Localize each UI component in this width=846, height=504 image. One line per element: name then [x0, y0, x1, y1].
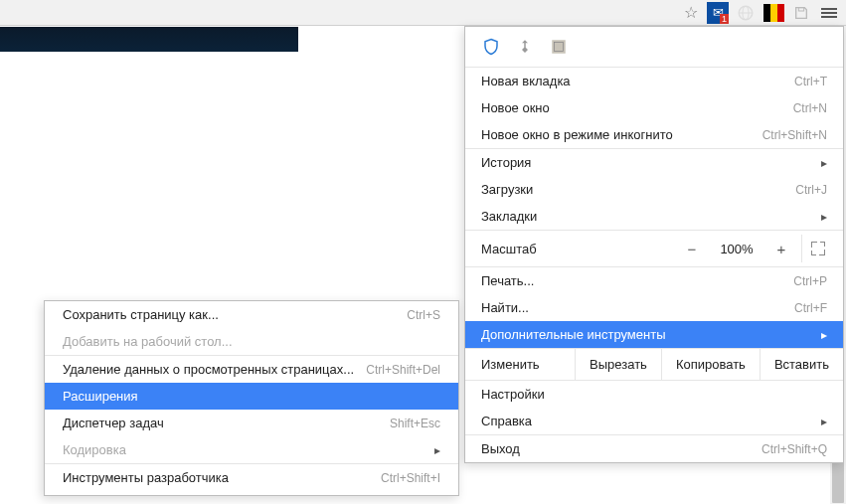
submenu-label: Кодировка — [63, 442, 126, 457]
menu-label: Загрузки — [481, 182, 533, 197]
menu-label: Дополнительные инструменты — [481, 327, 666, 342]
menu-shortcut: Ctrl+J — [795, 183, 827, 197]
submenu-add-to-desktop: Добавить на рабочий стол... — [45, 328, 458, 355]
submenu-clear-data[interactable]: Удаление данных о просмотренных страница… — [45, 356, 458, 383]
zoom-in-button[interactable]: + — [761, 241, 801, 257]
chevron-right-icon: ▸ — [821, 210, 827, 224]
submenu-label: Удаление данных о просмотренных страница… — [63, 362, 354, 377]
zoom-label: Масштаб — [481, 242, 672, 256]
menu-shortcut: Ctrl+N — [793, 101, 827, 115]
menu-label: Выход — [481, 441, 520, 456]
submenu-label: Диспетчер задач — [63, 416, 164, 430]
menu-label: Печать... — [481, 273, 534, 288]
menu-bookmarks[interactable]: Закладки ▸ — [465, 203, 843, 230]
submenu-label: Добавить на рабочий стол... — [63, 334, 233, 349]
menu-downloads[interactable]: Загрузки Ctrl+J — [465, 176, 843, 203]
menu-find[interactable]: Найти... Ctrl+F — [465, 294, 843, 321]
menu-label: Новая вкладка — [481, 74, 571, 88]
menu-help[interactable]: Справка ▸ — [465, 408, 843, 434]
extension-icon-2[interactable] — [735, 2, 757, 24]
menu-shortcut: Ctrl+Shift+N — [762, 128, 827, 142]
menu-shortcut: Ctrl+Shift+Q — [761, 442, 827, 456]
chevron-right-icon: ▸ — [821, 156, 827, 170]
zoom-out-button[interactable]: − — [672, 241, 712, 257]
submenu-encoding[interactable]: Кодировка ▸ — [45, 436, 458, 463]
menu-shortcut: Ctrl+P — [793, 274, 827, 288]
submenu-devtools[interactable]: Инструменты разработчика Ctrl+Shift+I — [45, 464, 458, 491]
chevron-right-icon: ▸ — [434, 443, 440, 457]
mail-badge: 1 — [720, 14, 729, 24]
menu-shortcut: Ctrl+F — [794, 301, 827, 315]
menu-shortcut: Ctrl+T — [794, 75, 827, 88]
shield-icon[interactable] — [481, 37, 501, 57]
extension-icon-4[interactable] — [790, 2, 812, 24]
menu-label: Настройки — [481, 387, 545, 402]
menu-new-tab[interactable]: Новая вкладка Ctrl+T — [465, 68, 843, 94]
edit-label: Изменить — [465, 349, 556, 380]
menu-edit-row: Изменить Вырезать Копировать Вставить — [465, 349, 843, 380]
mail-extension-icon[interactable]: ✉1 — [707, 2, 729, 24]
menu-exit[interactable]: Выход Ctrl+Shift+Q — [465, 435, 843, 462]
menu-new-window[interactable]: Новое окно Ctrl+N — [465, 94, 843, 121]
submenu-shortcut: Ctrl+S — [407, 308, 440, 322]
submenu-extensions[interactable]: Расширения — [45, 383, 458, 410]
fullscreen-icon — [811, 242, 825, 255]
pdf-icon[interactable] — [515, 37, 535, 57]
menu-label: История — [481, 155, 531, 170]
submenu-label: Сохранить страницу как... — [63, 307, 219, 322]
menu-label: Закладки — [481, 209, 537, 224]
menu-more-tools[interactable]: Дополнительные инструменты ▸ — [465, 321, 843, 348]
extension-icon-3[interactable] — [762, 2, 784, 24]
browser-toolbar: ☆ ✉1 — [0, 0, 846, 26]
edit-copy[interactable]: Копировать — [661, 349, 760, 380]
submenu-save-page[interactable]: Сохранить страницу как... Ctrl+S — [45, 301, 458, 328]
menu-label: Новое окно — [481, 100, 550, 115]
submenu-label: Расширения — [63, 389, 138, 404]
menu-label: Найти... — [481, 300, 529, 315]
menu-print[interactable]: Печать... Ctrl+P — [465, 267, 843, 294]
chevron-right-icon: ▸ — [821, 415, 827, 428]
menu-label: Справка — [481, 414, 532, 428]
submenu-task-manager[interactable]: Диспетчер задач Shift+Esc — [45, 410, 458, 436]
chrome-menu-icon[interactable] — [818, 2, 840, 24]
chevron-right-icon: ▸ — [821, 328, 827, 342]
submenu-label: Инструменты разработчика — [63, 470, 229, 485]
chrome-main-menu: Новая вкладка Ctrl+T Новое окно Ctrl+N Н… — [464, 26, 844, 463]
submenu-shortcut: Shift+Esc — [390, 417, 440, 430]
bookmark-star-icon[interactable]: ☆ — [681, 3, 701, 23]
fullscreen-button[interactable] — [801, 235, 833, 262]
edit-cut[interactable]: Вырезать — [575, 349, 661, 380]
submenu-shortcut: Ctrl+Shift+Del — [366, 363, 440, 377]
menu-label: Новое окно в режиме инкогнито — [481, 127, 673, 142]
submenu-shortcut: Ctrl+Shift+I — [381, 471, 440, 485]
page-background — [0, 27, 298, 52]
menu-settings[interactable]: Настройки — [465, 381, 843, 408]
zoom-value: 100% — [712, 242, 761, 256]
edit-paste[interactable]: Вставить — [760, 349, 843, 380]
app-icon[interactable] — [549, 37, 569, 57]
menu-zoom-row: Масштаб − 100% + — [465, 231, 843, 266]
more-tools-submenu: Сохранить страницу как... Ctrl+S Добавит… — [44, 300, 459, 496]
menu-incognito[interactable]: Новое окно в режиме инкогнито Ctrl+Shift… — [465, 121, 843, 148]
menu-top-icons — [465, 27, 843, 67]
menu-history[interactable]: История ▸ — [465, 149, 843, 176]
